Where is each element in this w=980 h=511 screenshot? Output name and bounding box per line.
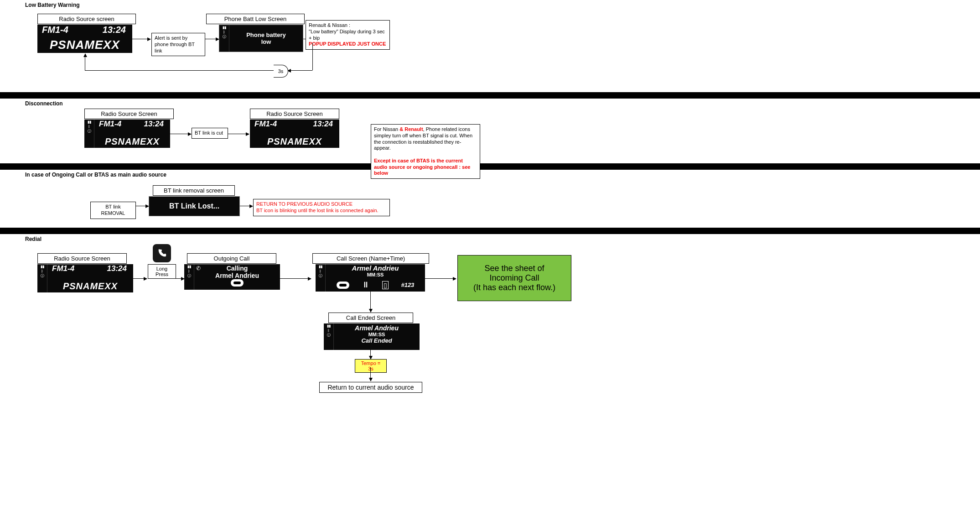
signal-icon: ▮▮ [223, 26, 226, 30]
transfer-icon[interactable]: ▯ [382, 281, 389, 289]
divider [0, 92, 980, 99]
calling-l1: Calling [194, 264, 280, 272]
section1-title: Low Battery Warning [0, 0, 980, 10]
ended-msg: Call Ended [334, 337, 420, 344]
arrow [288, 70, 312, 71]
call-screen: ▮▮ ᛒ ⓘ Armel Andrieu MM:SS ⏸ ▯ #123 [316, 264, 425, 292]
hangup-icon[interactable] [337, 282, 349, 289]
section4-canvas: Radio Source Screen ▮▮ ᛒ ⓘ FM1-4 13:24 P… [0, 244, 980, 404]
batt-low-label: Phone Batt Low Screen [206, 14, 305, 24]
radio-screen-b: FM1-4 13:24 PSNAMEXX [250, 120, 339, 148]
outgoing-call-screen: ▮▮ ᛒ ⓘ ✆ Calling Armel Andrieu [184, 264, 280, 290]
long-press-label: Long Press [148, 264, 176, 279]
clock: 13:24 [313, 120, 333, 129]
call-ended-screen: ▮▮ ᛒ ⓘ Armel Andrieu MM:SS Call Ended [324, 323, 420, 350]
arrow [170, 134, 191, 134]
call-name: Armel Andrieu [326, 264, 425, 272]
hangup-icon[interactable] [231, 279, 244, 287]
bt-icon: ᛒ [223, 31, 225, 34]
arrow [176, 278, 184, 279]
return-audio-box: Return to current audio source [319, 382, 422, 393]
fm-label: FM1-4 [254, 120, 277, 129]
green-l2: Incoming Call [489, 273, 539, 282]
return-note: RETURN TO PREVIOUS AUDIO SOURCE BT icon … [253, 199, 390, 216]
hold-icon[interactable]: ⏸ [362, 280, 370, 290]
call-number: #123 [401, 282, 414, 288]
arrow [425, 278, 456, 279]
phone-hardkey-icon[interactable] [153, 244, 171, 262]
call-time: MM:SS [326, 272, 425, 277]
info-icon: ⓘ [327, 334, 331, 337]
batt-low-screen: ▮▮ ᛒ ⓘ Phone battery low [219, 25, 303, 52]
radio-label: Radio Source Screen [37, 253, 127, 264]
info-icon: ⓘ [223, 35, 226, 39]
note-l1b: & Renault [399, 126, 423, 132]
note-l2: BT icon is blinking until the lost link … [256, 208, 379, 213]
ended-time: MM:SS [334, 332, 420, 337]
phone-icon: ✆ [196, 265, 201, 271]
arrow [370, 350, 371, 359]
bt-lost-screen: BT Link Lost... [149, 196, 240, 216]
clock: 13:24 [107, 264, 127, 273]
note-l1: RETURN TO PREVIOUS AUDIO SOURCE [256, 201, 353, 207]
bt-removal-box: BT link REMOVAL [90, 202, 136, 219]
note-red: POPUP DISPLAYED JUST ONCE [309, 41, 386, 47]
ps-name: PSNAMEXX [250, 136, 339, 147]
fm-label: FM1-4 [42, 25, 68, 35]
radio-label-a: Radio Source Screen [84, 109, 174, 119]
arrow [136, 206, 149, 206]
signal-icon: ▮▮ [88, 120, 91, 124]
arrow [280, 278, 311, 279]
section4-title: Redial [0, 234, 980, 244]
info-icon: ⓘ [88, 130, 91, 133]
divider [0, 228, 980, 234]
bt-icon: ᛒ [327, 329, 330, 333]
popup-note: Renault & Nissan : "Low battery" Display… [306, 20, 390, 50]
clock: 13:24 [103, 25, 126, 35]
bt-icon: ᛒ [188, 270, 190, 273]
ended-name: Armel Andrieu [334, 324, 420, 332]
section1-canvas: Radio Source screen FM1-4 13:24 PSNAMEXX… [0, 10, 980, 92]
info-icon: ⓘ [41, 274, 44, 278]
radio-source-screen: FM1-4 13:24 PSNAMEXX [37, 25, 132, 53]
arrow [228, 134, 249, 134]
batt-text-1: Phone battery [246, 31, 286, 38]
info-icon: ⓘ [319, 274, 322, 278]
bt-icon: ᛒ [319, 270, 321, 273]
arrow [133, 278, 147, 279]
section2-canvas: Radio Source Screen ▮▮ ᛒ ⓘ FM1-4 13:24 P… [0, 109, 980, 163]
call-ended-label: Call Ended Screen [328, 313, 413, 323]
arrow [85, 54, 85, 70]
note-l1: Renault & Nissan : [309, 22, 350, 28]
signal-icon: ▮▮ [319, 265, 322, 269]
alert-box: Alert is sent by phone through BT link [151, 33, 205, 56]
divider [0, 163, 980, 170]
tempo-box: Tempo = 3s [355, 359, 387, 373]
bt-icon: ᛒ [88, 125, 90, 129]
bt-cut-box: BT link is cut [192, 128, 228, 139]
calling-l2: Armel Andrieu [194, 272, 280, 279]
arrow [370, 292, 371, 312]
radio-screen: ▮▮ ᛒ ⓘ FM1-4 13:24 PSNAMEXX [37, 264, 133, 292]
signal-icon: ▮▮ [41, 265, 44, 269]
signal-icon: ▮▮ [327, 324, 331, 328]
green-l3: (It has each next flow.) [473, 283, 555, 292]
arrow [205, 39, 219, 39]
flowline [85, 70, 274, 71]
disconnect-note: For Nissan & Renault, Phone related icon… [371, 124, 480, 179]
note-red: Except in case of BTAS is the current au… [374, 158, 470, 176]
section3-canvas: BT link REMOVAL BT link removal screen B… [0, 180, 980, 228]
outgoing-call-label: Outgoing Call [187, 253, 276, 264]
ps-name: PSNAMEXX [94, 136, 170, 147]
arrow [132, 39, 150, 39]
fm-label: FM1-4 [52, 264, 74, 273]
ps-name: PSNAMEXX [47, 281, 133, 292]
note-l1a: For Nissan [374, 126, 399, 132]
flowline [303, 39, 306, 39]
batt-text-2: low [261, 38, 271, 45]
radio-source-label: Radio Source screen [37, 14, 136, 24]
flowline [312, 43, 313, 70]
note-l2: "Low battery" Display during 3 sec + bip [309, 29, 385, 41]
incoming-call-ref: See the sheet of Incoming Call (It has e… [457, 255, 571, 301]
section2-title: Disconnection [0, 99, 980, 109]
